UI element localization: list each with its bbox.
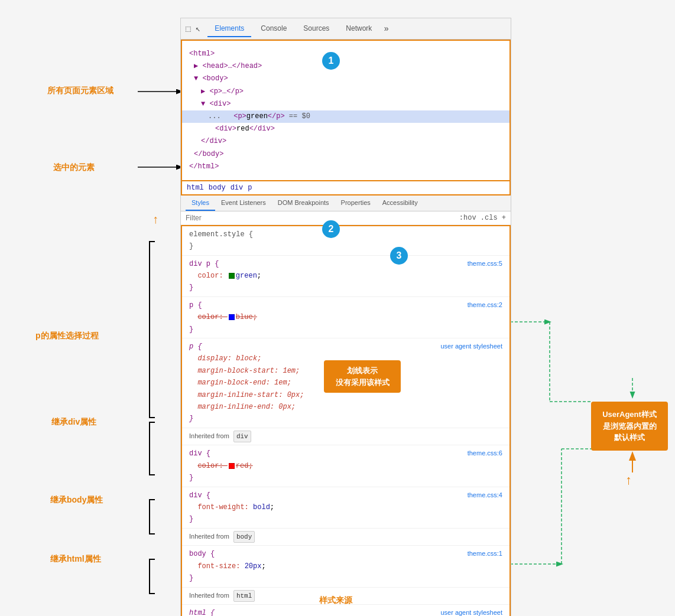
css-rule-element-style: element.style { } [182,226,510,256]
tab-sources[interactable]: Sources [296,21,336,37]
annotation-p-property: p的属性选择过程 [35,331,99,341]
brace-html-top [149,559,155,560]
cursor-icon: ⬚ ↖ [186,24,200,34]
css-rule-html-color: user agent stylesheet html { color: inte… [182,605,510,616]
filter-controls: :hov .cls + [459,214,506,222]
tree-line-div[interactable]: ▼ <div> [182,98,510,110]
badge-1: 1 [322,52,340,70]
brace-html-bottom [149,593,155,594]
orange-up-arrow: ↑ [625,472,632,488]
tree-line-selected[interactable]: ... <p>green</p> == $0 [182,110,510,123]
label-style-source: 样式来源 [319,595,352,606]
annotation-inherit-body: 继承body属性 [50,495,103,506]
inherited-from-div: Inherited from div [182,428,510,446]
brace-p-top [149,241,155,242]
inherited-tag-html: html [233,590,255,602]
tree-line-closehtml[interactable]: </html> [182,161,510,173]
tab-event-listeners[interactable]: Event Listeners [215,195,272,211]
tab-dom-breakpoints[interactable]: DOM Breakpoints [272,195,335,211]
css-rule-div-p: theme.css:5 div p { color: green; } [182,256,510,297]
breadcrumb-p[interactable]: p [248,184,252,192]
brace-p [149,241,150,418]
breadcrumb-bar: html body div p [181,181,511,195]
strikethrough-annotation: 划线表示没有采用该样式 [324,360,401,393]
css-rule-p-blue: theme.css:2 p { color: blue; } [182,297,510,338]
html-tree: <html> ▶ <head>…</head> ▼ <body> ▶ <p>…<… [182,45,510,175]
tab-properties[interactable]: Properties [335,195,377,211]
breadcrumb-html[interactable]: html [187,184,204,192]
breadcrumb-body[interactable]: body [209,184,226,192]
source-theme6[interactable]: theme.css:6 [468,448,502,459]
tree-line-html[interactable]: <html> [182,48,510,60]
brace-body-bottom [149,533,155,534]
tab-more[interactable]: » [384,24,388,34]
devtools-tabs: ⬚ ↖ Elements Console Sources Network » [181,18,511,40]
annotation-selected-element: 选中的元素 [53,162,95,173]
badge-3: 3 [390,247,408,265]
styles-tabs: Styles Event Listeners DOM Breakpoints P… [181,195,511,211]
tab-styles[interactable]: Styles [186,195,215,211]
brace-body [149,499,150,534]
tab-console[interactable]: Console [254,21,294,37]
annotation-all-elements: 所有页面元素区域 [47,86,113,96]
tree-line-closediv[interactable]: </div> [182,135,510,148]
filter-bar: :hov .cls + [181,211,511,225]
tab-elements[interactable]: Elements [207,21,251,37]
orange-arrow-up-left: ↑ [152,213,158,226]
source-ua-html[interactable]: user agent stylesheet [440,607,502,616]
source-theme1[interactable]: theme.css:1 [468,548,502,559]
tree-line-head[interactable]: ▶ <head>…</head> [182,60,510,73]
css-rule-div-bold: theme.css:4 div { font-weight: bold; } [182,487,510,529]
inherited-tag-body: body [233,531,255,543]
tree-line-closebody[interactable]: </body> [182,148,510,161]
brace-html [149,559,150,594]
brace-p-bottom [149,417,155,418]
tree-line-divred[interactable]: <div>red</div> [182,123,510,135]
source-theme2[interactable]: theme.css:2 [468,299,502,311]
brace-div [149,422,150,475]
user-agent-annotation: UserAgent样式是浏览器内置的默认样式 [591,402,668,451]
main-container: ⬚ ↖ Elements Console Sources Network » <… [0,0,675,616]
tab-network[interactable]: Network [339,21,379,37]
tree-line-p1[interactable]: ▶ <p>…</p> [182,86,510,98]
brace-div-top [149,422,155,423]
devtools-panel: ⬚ ↖ Elements Console Sources Network » <… [180,18,511,616]
css-rule-div-red: theme.css:6 div { color: red; } [182,445,510,487]
css-rules-area: element.style { } theme.css:5 div p { co… [181,225,511,616]
annotation-inherit-html: 继承html属性 [50,554,101,565]
source-theme4[interactable]: theme.css:4 [468,490,502,501]
filter-input[interactable] [186,214,274,222]
source-ua[interactable]: user agent stylesheet [440,341,502,352]
css-rule-body-fontsize: theme.css:1 body { font-size: 20px; } [182,546,510,587]
elements-panel: <html> ▶ <head>…</head> ▼ <body> ▶ <p>…<… [181,40,511,181]
brace-body-top [149,499,155,500]
brace-div-bottom [149,474,155,475]
badge-2: 2 [322,220,340,238]
breadcrumb-div[interactable]: div [231,184,244,192]
inherited-tag-div: div [233,431,251,443]
annotation-inherit-div: 继承div属性 [51,417,96,428]
source-theme5[interactable]: theme.css:5 [468,258,502,269]
tab-accessibility[interactable]: Accessibility [377,195,424,211]
inherited-from-body: Inherited from body [182,529,510,546]
tree-line-body[interactable]: ▼ <body> [182,73,510,85]
